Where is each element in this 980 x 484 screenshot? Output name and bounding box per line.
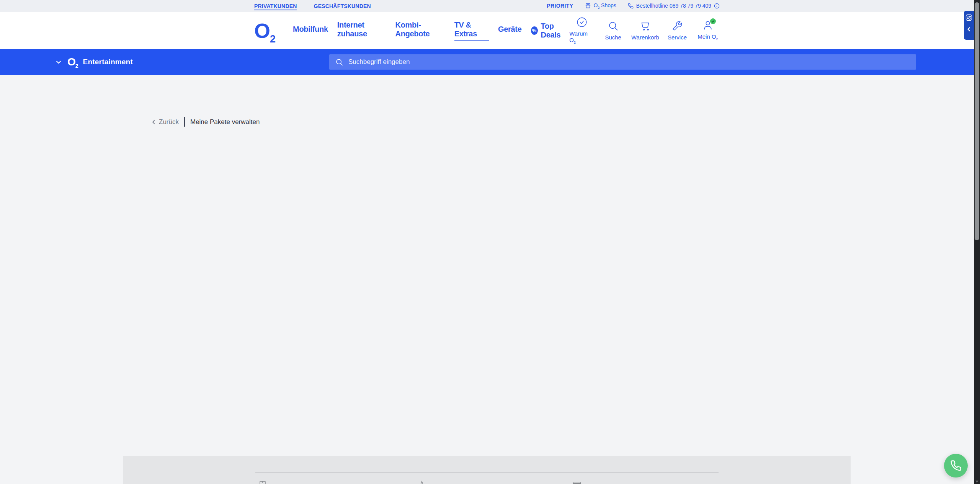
scrollbar-track[interactable] — [974, 0, 980, 484]
nav-item-kombi-angebote[interactable]: Kombi-Angebote — [395, 21, 445, 41]
meta-link-geschaeftskunden[interactable]: GESCHÄFTSKUNDEN — [314, 3, 371, 9]
meta-link-hotline[interactable]: Bestellhotline 089 78 79 79 409 — [628, 3, 720, 9]
package-icon — [258, 481, 268, 484]
o2-logo[interactable]: O2 — [254, 20, 275, 41]
nav-item-mobilfunk[interactable]: Mobilfunk — [293, 25, 328, 36]
info-icon[interactable] — [714, 3, 720, 9]
side-widget-tab[interactable] — [964, 11, 974, 40]
meta-link-shops[interactable]: O2 Shops — [585, 2, 616, 10]
nav-item-geraete[interactable]: Geräte — [498, 25, 522, 36]
nav-warenkorb[interactable]: Warenkorb — [632, 21, 658, 41]
cart-icon — [640, 21, 650, 31]
page-title: Meine Pakete verwalten — [190, 118, 260, 126]
chevron-left-icon — [151, 119, 157, 125]
back-button[interactable]: Zurück — [151, 118, 179, 126]
check-circle-icon — [577, 17, 587, 28]
meta-link-priority[interactable]: PRIORITY — [547, 3, 573, 9]
user-icon — [702, 20, 713, 31]
meta-bar: PRIVATKUNDEN GESCHÄFTSKUNDEN PRIORITY O2… — [0, 0, 974, 12]
logged-in-badge-icon — [709, 18, 717, 25]
breadcrumb-divider — [184, 117, 185, 127]
call-fab-button[interactable] — [944, 454, 968, 477]
footer-panel — [123, 456, 851, 484]
scrollbar-thumb[interactable] — [975, 2, 979, 240]
wrench-icon — [672, 21, 683, 31]
nav-suche[interactable]: Suche — [601, 21, 625, 41]
chevron-left-icon — [967, 27, 972, 32]
nav-quick-links: Warum O2 Suche — [569, 17, 720, 44]
phone-icon — [628, 3, 634, 9]
search-icon — [335, 58, 343, 66]
search-input[interactable] — [348, 58, 910, 66]
footer-divider — [255, 472, 719, 473]
widget-icon — [965, 14, 972, 21]
storefront-icon — [585, 3, 591, 9]
phone-icon — [950, 460, 962, 471]
breadcrumb: Zurück Meine Pakete verwalten — [151, 117, 260, 127]
nav-item-tv-extras[interactable]: TV & Extras — [454, 21, 489, 41]
nav-warum-o2[interactable]: Warum O2 — [569, 17, 595, 44]
percent-badge-icon: % — [531, 26, 538, 35]
nav-item-internet-zuhause[interactable]: Internet zuhause — [337, 21, 386, 41]
primary-nav: Mobilfunk Internet zuhause Kombi-Angebot… — [293, 21, 569, 41]
chevron-down-icon — [54, 58, 63, 66]
nav-mein-o2[interactable]: Mein O2 — [696, 20, 720, 41]
subnav-search-box[interactable] — [329, 54, 916, 70]
scrollbar-down-arrow-icon[interactable] — [975, 481, 978, 483]
main-navbar: O2 Mobilfunk Internet zuhause Kombi-Ange… — [0, 12, 974, 49]
nav-service[interactable]: Service — [665, 21, 689, 41]
search-icon — [608, 21, 619, 31]
subnav-title-dropdown[interactable]: O2 Entertainment — [54, 49, 133, 75]
card-icon — [572, 481, 582, 484]
meta-link-privatkunden[interactable]: PRIVATKUNDEN — [254, 3, 297, 9]
subnav-label: Entertainment — [83, 58, 133, 66]
nav-item-top-deals[interactable]: % Top Deals — [531, 22, 570, 39]
entertainment-subnav: O2 Entertainment — [0, 49, 974, 75]
subnav-brand: O2 — [67, 56, 78, 68]
award-icon — [417, 481, 427, 484]
